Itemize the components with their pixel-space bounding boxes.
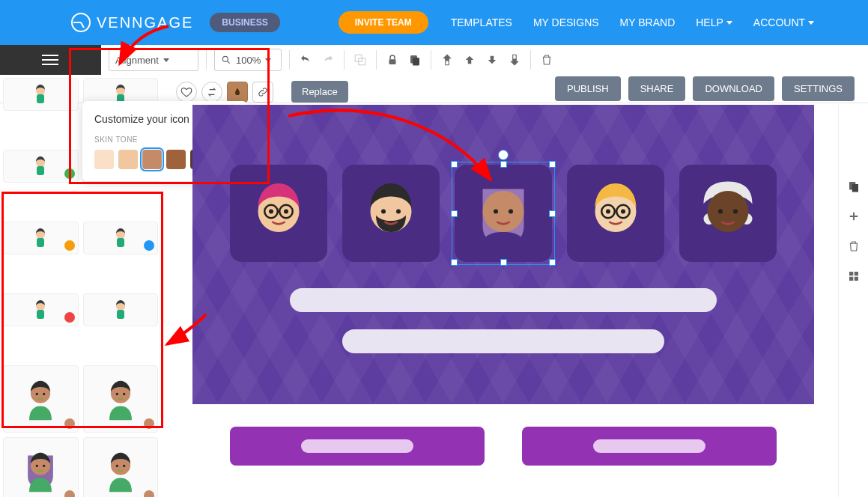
delete-page-icon[interactable]: [847, 240, 861, 253]
svg-rect-8: [37, 94, 44, 103]
swap-icon-button[interactable]: [201, 82, 222, 103]
chevron-down-icon: [808, 21, 814, 25]
svg-point-70: [621, 210, 625, 214]
svg-point-64: [396, 210, 401, 214]
link-button[interactable]: [252, 82, 273, 103]
svg-line-1: [228, 61, 230, 64]
library-icon-business-man[interactable]: [3, 78, 79, 111]
svg-rect-83: [849, 277, 853, 281]
add-page-icon[interactable]: [847, 210, 861, 223]
copy-button[interactable]: [407, 52, 423, 68]
alignment-dropdown[interactable]: Alignment: [109, 49, 198, 71]
svg-point-63: [381, 210, 386, 214]
undo-button[interactable]: [297, 52, 314, 68]
duplicate-page-icon[interactable]: [847, 180, 861, 193]
search-icon: [221, 55, 231, 65]
replace-button[interactable]: Replace: [291, 81, 348, 103]
svg-point-58: [284, 210, 288, 214]
cta-button-1[interactable]: [230, 427, 485, 466]
top-nav: TEMPLATESMY DESIGNSMY BRANDHELPACCOUNT: [451, 16, 814, 28]
chevron-down-icon: [726, 21, 732, 25]
svg-rect-18: [117, 238, 124, 247]
chevron-down-icon: [163, 58, 169, 62]
send-back-button[interactable]: [506, 52, 523, 68]
library-icon-man-remove[interactable]: [3, 293, 79, 326]
svg-rect-22: [117, 310, 124, 319]
svg-point-57: [269, 210, 273, 214]
nav-my-brand[interactable]: MY BRAND: [620, 16, 676, 28]
svg-point-77: [718, 210, 723, 214]
zoom-dropdown[interactable]: 100%: [214, 49, 282, 71]
selection-context-bar: Replace: [176, 81, 348, 103]
lock-button[interactable]: [384, 52, 401, 68]
svg-point-25: [43, 393, 45, 395]
svg-rect-6: [413, 58, 419, 66]
bring-forward-button[interactable]: [461, 52, 478, 68]
top-bar: VENNGAGE BUSINESS INVITE TEAM TEMPLATESM…: [0, 0, 868, 45]
library-icon-man-beard[interactable]: [83, 437, 159, 497]
library-icon-man-cane[interactable]: [83, 365, 159, 433]
sidebar-toggle[interactable]: [0, 45, 101, 75]
library-icon-man-search[interactable]: [83, 222, 159, 254]
cta-row: [192, 427, 814, 466]
share-button[interactable]: SHARE: [628, 76, 686, 101]
svg-point-28: [123, 393, 125, 395]
svg-point-78: [733, 210, 738, 214]
skin-tone-option[interactable]: [118, 150, 138, 169]
canvas-viewport[interactable]: [169, 105, 838, 497]
publish-button[interactable]: PUBLISH: [555, 76, 621, 101]
library-icon-woman-hijab[interactable]: [3, 437, 79, 497]
brand-logo[interactable]: VENNGAGE: [71, 13, 193, 32]
avatar-hijab-woman[interactable]: [455, 165, 552, 262]
svg-rect-4: [389, 59, 395, 64]
nav-account[interactable]: ACCOUNT: [753, 16, 814, 28]
hamburger-icon: [42, 55, 58, 65]
group-button[interactable]: [352, 52, 368, 68]
chevron-down-icon: [265, 58, 271, 62]
skin-tone-option[interactable]: [142, 150, 162, 169]
subheading-placeholder[interactable]: [342, 329, 664, 353]
send-backward-button[interactable]: [484, 52, 500, 68]
svg-point-76: [708, 191, 749, 232]
plan-badge[interactable]: BUSINESS: [210, 13, 279, 32]
avatar-bearded-man[interactable]: [342, 165, 440, 262]
svg-point-31: [43, 465, 45, 467]
hero-section: [192, 105, 814, 404]
library-icon-man-add[interactable]: [3, 150, 79, 183]
rotate-handle-icon[interactable]: [498, 150, 509, 160]
library-icon-boy-vest[interactable]: [3, 365, 79, 433]
skin-tone-swatch-button[interactable]: [227, 82, 248, 103]
document-actions: PUBLISH SHARE DOWNLOAD SETTINGS: [555, 46, 855, 101]
grid-view-icon[interactable]: [847, 269, 861, 283]
favorite-button[interactable]: [176, 82, 197, 103]
redo-button[interactable]: [320, 52, 336, 68]
nav-templates[interactable]: TEMPLATES: [451, 16, 512, 28]
heading-placeholder[interactable]: [290, 288, 717, 312]
avatar-elder-woman[interactable]: [679, 165, 777, 262]
svg-point-69: [606, 210, 610, 214]
svg-rect-20: [37, 310, 44, 319]
skin-tone-option[interactable]: [94, 150, 114, 169]
avatar-blonde-glasses[interactable]: [567, 165, 664, 262]
nav-my-designs[interactable]: MY DESIGNS: [533, 16, 599, 28]
svg-rect-84: [854, 277, 858, 281]
bring-front-button[interactable]: [439, 52, 455, 68]
nav-help[interactable]: HELP: [696, 16, 732, 28]
invite-team-button[interactable]: INVITE TEAM: [339, 11, 428, 34]
svg-rect-12: [37, 166, 44, 175]
svg-point-24: [36, 393, 38, 395]
settings-button[interactable]: SETTINGS: [782, 76, 855, 101]
svg-rect-82: [854, 272, 858, 275]
design-canvas[interactable]: [192, 105, 814, 497]
library-icon-man-plain[interactable]: [83, 293, 159, 326]
clock-logo-icon: [71, 13, 91, 32]
svg-rect-81: [849, 272, 853, 275]
right-tools-rail: [838, 105, 868, 497]
delete-button[interactable]: [538, 52, 555, 68]
library-icon-man-edit[interactable]: [3, 222, 79, 254]
avatar-pink-hair[interactable]: [230, 165, 327, 262]
download-button[interactable]: DOWNLOAD: [693, 76, 774, 101]
svg-point-27: [115, 393, 118, 395]
cta-button-2[interactable]: [522, 427, 777, 466]
svg-rect-80: [852, 184, 858, 192]
